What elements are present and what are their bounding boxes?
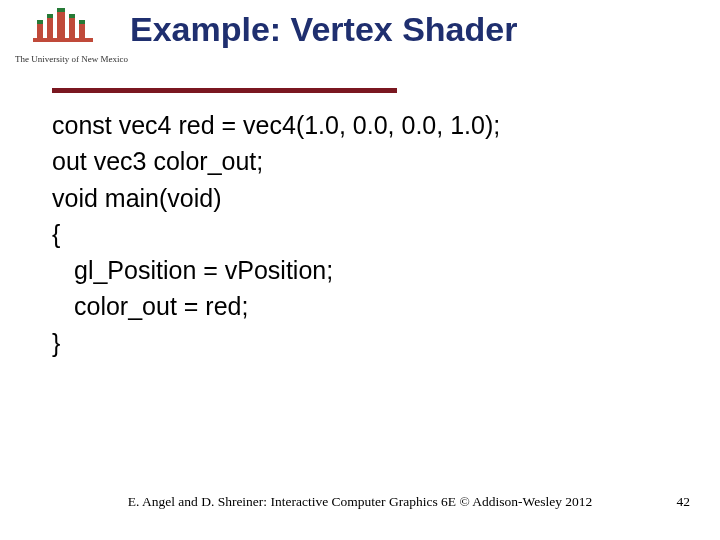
svg-rect-3: [57, 12, 65, 38]
svg-rect-4: [69, 18, 75, 38]
svg-rect-1: [37, 24, 43, 38]
page-number: 42: [677, 494, 691, 510]
code-line: const vec4 red = vec4(1.0, 0.0, 0.0, 1.0…: [52, 107, 680, 143]
code-line: color_out = red;: [52, 288, 680, 324]
slide: The University of New Mexico Example: Ve…: [0, 0, 720, 540]
svg-rect-8: [57, 8, 65, 12]
svg-rect-6: [37, 20, 43, 24]
logo-caption: The University of New Mexico: [15, 54, 110, 64]
svg-rect-5: [79, 24, 85, 38]
university-logo: The University of New Mexico: [15, 8, 110, 64]
code-line: }: [52, 325, 680, 361]
footer-citation: E. Angel and D. Shreiner: Interactive Co…: [0, 494, 720, 510]
slide-title: Example: Vertex Shader: [130, 10, 517, 49]
logo-icon: [33, 8, 93, 52]
title-underline: [52, 88, 397, 93]
svg-rect-9: [69, 14, 75, 18]
code-line: {: [52, 216, 680, 252]
code-line: void main(void): [52, 180, 680, 216]
code-line: gl_Position = vPosition;: [52, 252, 680, 288]
svg-rect-0: [33, 38, 93, 42]
svg-rect-2: [47, 18, 53, 38]
svg-rect-10: [79, 20, 85, 24]
code-line: out vec3 color_out;: [52, 143, 680, 179]
code-block: const vec4 red = vec4(1.0, 0.0, 0.0, 1.0…: [52, 107, 680, 361]
svg-rect-7: [47, 14, 53, 18]
